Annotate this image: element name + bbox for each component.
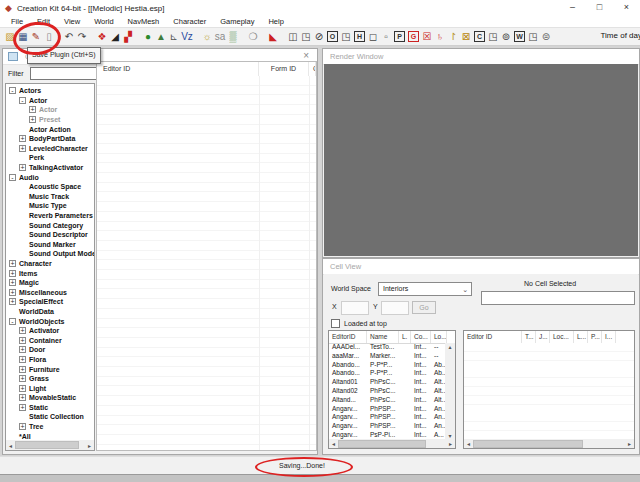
tree-item-light[interactable]: +Light — [6, 383, 94, 393]
tree-item-reverb-parameters[interactable]: Reverb Parameters — [6, 211, 94, 221]
cell-row[interactable]: Altand02PhPsC...Int...Alt... — [329, 387, 445, 396]
ref-column-1[interactable]: T... — [522, 331, 536, 343]
expand-icon[interactable]: + — [19, 385, 26, 392]
ref-column-4[interactable]: L... — [574, 331, 588, 343]
box-3d-icon[interactable]: ◫ — [287, 30, 299, 44]
scrollbar-thumb[interactable] — [473, 440, 583, 448]
expand-icon[interactable]: + — [9, 260, 16, 267]
cube-outline-icon[interactable]: ◻ — [367, 30, 379, 44]
ref-table-horizontal-scrollbar[interactable]: ◂ ▸ — [464, 439, 634, 448]
data-files-icon[interactable]: ✎ — [30, 30, 42, 44]
cell-column-3[interactable]: Co... — [411, 331, 431, 343]
cell-search-input[interactable] — [481, 291, 635, 305]
tree-item-actor[interactable]: +Actor — [6, 105, 94, 115]
expand-icon[interactable]: + — [19, 164, 26, 171]
expand-icon[interactable]: + — [19, 423, 26, 430]
menu-world[interactable]: World — [87, 17, 120, 26]
x-coordinate-field[interactable] — [341, 301, 369, 315]
cell-row[interactable]: Angarv...PsP-Pi...Int...A... — [329, 431, 445, 439]
run-world-icon[interactable]: ● — [142, 30, 154, 44]
menu-edit[interactable]: Edit — [30, 17, 57, 26]
object-list-column-2[interactable]: C — [309, 62, 316, 76]
multibound-box-icon[interactable]: ◳ — [340, 30, 352, 44]
tree-item-sound-category[interactable]: Sound Category — [6, 220, 94, 230]
cell-column-4[interactable]: Lo... — [431, 331, 447, 343]
collapse-icon[interactable]: - — [19, 97, 26, 104]
tree-item-actors[interactable]: -Actors — [6, 86, 94, 96]
tree-item-miscellaneous[interactable]: +Miscellaneous — [6, 287, 94, 297]
light-picker-icon[interactable]: ↾ — [447, 30, 459, 44]
object-list[interactable]: Editor IDForm IDC — [96, 61, 317, 451]
cell-letter-icon[interactable]: C — [474, 31, 485, 42]
expand-icon[interactable]: + — [29, 116, 36, 123]
tree-item-sound-marker[interactable]: Sound Marker — [6, 240, 94, 250]
tree-item-audio[interactable]: -Audio — [6, 172, 94, 182]
tree-item-bodypartdata[interactable]: +BodyPartData — [6, 134, 94, 144]
tree-item--all[interactable]: *All — [6, 431, 94, 440]
snap-to-reference-icon[interactable]: ▞ — [122, 30, 134, 44]
tree-item-tree[interactable]: +Tree — [6, 422, 94, 432]
heightmap-editing-icon[interactable]: ◣ — [267, 30, 279, 44]
object-list-column-0[interactable]: Editor ID — [97, 62, 259, 76]
landscape-editing-icon[interactable]: ▲ — [155, 30, 167, 44]
scroll-right-icon[interactable]: ▸ — [446, 440, 455, 447]
expand-icon[interactable]: + — [19, 337, 26, 344]
ref-column-2[interactable]: J... — [536, 331, 550, 343]
menu-gameplay[interactable]: Gameplay — [213, 17, 261, 26]
ref-column-0[interactable]: Editor ID — [464, 331, 522, 343]
cell-row[interactable]: Abando...P-P*P...Int...Ab... — [329, 361, 445, 370]
object-list-column-1[interactable]: Form ID — [259, 62, 309, 76]
delete-icon[interactable]: ▯ — [43, 30, 55, 44]
toggle-grass-icon[interactable]: ▒ — [227, 30, 239, 44]
save-plugin-icon[interactable]: ▦ — [17, 30, 29, 44]
minimize-button[interactable]: – — [559, 0, 586, 16]
papyrus-script-icon[interactable]: Vz — [181, 30, 193, 44]
menu-view[interactable]: View — [57, 17, 87, 26]
menu-character[interactable]: Character — [166, 17, 213, 26]
sphere-ring-icon[interactable]: ⊚ — [500, 30, 512, 44]
tree-item-static[interactable]: +Static — [6, 403, 94, 413]
expand-icon[interactable]: + — [19, 145, 26, 152]
tree-item-music-type[interactable]: Music Type — [6, 201, 94, 211]
tree-item-character[interactable]: +Character — [6, 259, 94, 269]
y-coordinate-field[interactable] — [381, 301, 409, 315]
tree-item-items[interactable]: +Items — [6, 268, 94, 278]
expand-icon[interactable]: + — [19, 375, 26, 382]
box-3d-c-icon[interactable]: ◳ — [527, 30, 539, 44]
cell-column-2[interactable]: L. — [399, 331, 411, 343]
cell-column-0[interactable]: EditorID — [329, 331, 367, 343]
box-3d-rotate-icon[interactable]: ◳ — [300, 30, 312, 44]
tree-item-furniture[interactable]: +Furniture — [6, 364, 94, 374]
cell-view-caption[interactable]: Cell View — [323, 259, 639, 275]
cell-row[interactable]: Abando...P-P*P...Int...Ab... — [329, 369, 445, 378]
cell-object-table[interactable]: Editor IDT...J...Loc...L...P...I... ◂ ▸ — [463, 330, 635, 449]
expand-icon[interactable]: + — [19, 356, 26, 363]
collapse-icon[interactable]: - — [9, 318, 16, 325]
cell-row[interactable]: Angarv...PhPSP...Int...An... — [329, 413, 445, 422]
tree-item-sound-descriptor[interactable]: Sound Descriptor — [6, 230, 94, 240]
open-plugin-icon[interactable]: ▨ — [4, 30, 16, 44]
expand-icon[interactable]: + — [19, 394, 26, 401]
expand-icon[interactable]: + — [19, 346, 26, 353]
object-window-close-icon[interactable]: × — [303, 50, 309, 61]
close-button[interactable]: × — [613, 0, 640, 16]
tree-item-leveledcharacter[interactable]: +LeveledCharacter — [6, 144, 94, 154]
tree-item-grass[interactable]: +Grass — [6, 374, 94, 384]
ref-column-5[interactable]: P... — [588, 331, 602, 343]
cell-list-table[interactable]: EditorIDNameL.Co...Lo... AAADel...TestTo… — [328, 330, 456, 449]
water-letter-icon[interactable]: W — [514, 31, 525, 42]
tree-item-worlddata[interactable]: WorldData — [6, 307, 94, 317]
expand-icon[interactable]: + — [9, 289, 16, 296]
cell-row[interactable]: Angarv...PhPSP...Int...An... — [329, 405, 445, 414]
collapse-icon[interactable]: - — [9, 174, 16, 181]
expand-icon[interactable]: + — [9, 270, 16, 277]
tree-item-flora[interactable]: +Flora — [6, 355, 94, 365]
scroll-right-icon[interactable]: ▸ — [85, 442, 94, 449]
expand-icon[interactable]: + — [19, 327, 26, 334]
expand-icon[interactable]: + — [19, 135, 26, 142]
scroll-left-icon[interactable]: ◂ — [464, 440, 473, 447]
scroll-up-icon[interactable]: ▴ — [446, 343, 455, 350]
expand-icon[interactable]: + — [19, 366, 26, 373]
scroll-right-icon[interactable]: ▸ — [625, 440, 634, 447]
cell-row[interactable]: Angarv...PhPSP...Int...An... — [329, 422, 445, 431]
